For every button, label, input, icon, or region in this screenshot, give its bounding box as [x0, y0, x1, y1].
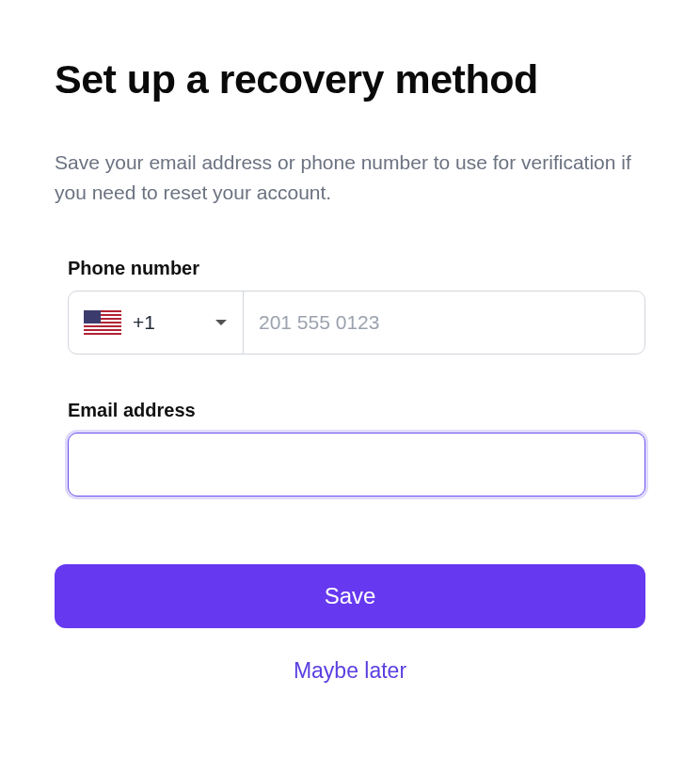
us-flag-icon — [84, 310, 121, 335]
country-code-text: +1 — [133, 311, 155, 334]
phone-input[interactable] — [244, 292, 644, 354]
email-field-group: Email address — [55, 400, 645, 497]
phone-input-row: +1 — [68, 291, 645, 355]
phone-field-group: Phone number +1 — [55, 258, 645, 355]
save-button[interactable]: Save — [55, 564, 645, 628]
actions-group: Save Maybe later — [55, 564, 645, 684]
page-heading: Set up a recovery method — [55, 56, 645, 103]
chevron-down-icon — [215, 319, 228, 326]
email-label: Email address — [55, 400, 645, 421]
phone-label: Phone number — [55, 258, 645, 279]
maybe-later-link[interactable]: Maybe later — [55, 658, 645, 684]
country-code-select[interactable]: +1 — [69, 292, 244, 354]
email-input[interactable] — [68, 433, 645, 497]
page-subtitle: Save your email address or phone number … — [55, 148, 645, 207]
